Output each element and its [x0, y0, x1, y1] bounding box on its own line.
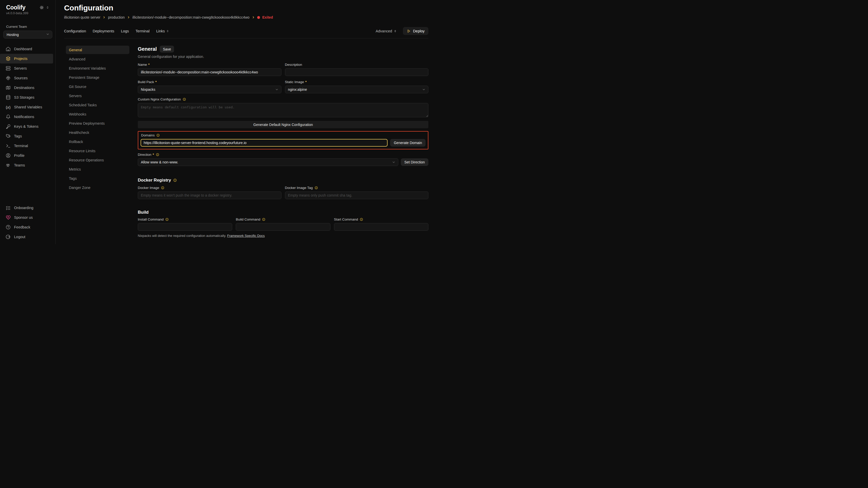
- sidebar-item-teams[interactable]: Teams: [0, 160, 53, 170]
- docker-image-label: Docker Image: [138, 186, 159, 190]
- sidebar-item-sources[interactable]: Sources: [0, 73, 53, 83]
- config-nav-general[interactable]: General: [66, 46, 129, 54]
- sidebar-item-dashboard[interactable]: Dashboard: [0, 44, 53, 54]
- tab-terminal[interactable]: Terminal: [135, 29, 150, 33]
- deploy-button[interactable]: Deploy: [403, 27, 428, 35]
- name-input[interactable]: [138, 68, 281, 76]
- tab-deployments[interactable]: Deployments: [93, 29, 114, 33]
- sidebar-item-sponsor-us[interactable]: Sponsor us: [0, 213, 53, 222]
- theme-toggle-icon[interactable]: [39, 5, 44, 10]
- key-icon: [6, 124, 11, 129]
- breadcrumb-environment[interactable]: production: [108, 15, 125, 20]
- status-badge: Exited: [262, 15, 273, 20]
- advanced-dropdown[interactable]: Advanced: [376, 29, 397, 33]
- build-command-input[interactable]: [236, 223, 330, 231]
- info-icon[interactable]: [165, 218, 169, 221]
- info-icon[interactable]: [183, 98, 186, 101]
- app-title: Coolify: [6, 4, 26, 11]
- team-select[interactable]: Hosting: [3, 31, 52, 38]
- git-source-icon: [6, 75, 11, 80]
- sidebar-item-s3-storages[interactable]: S3 Storages: [0, 93, 53, 102]
- domains-label: Domains: [141, 133, 155, 137]
- generate-nginx-button[interactable]: Generate Default Nginx Configuration: [138, 121, 428, 128]
- tab-bar: Configuration Deployments Logs Terminal …: [56, 20, 434, 35]
- chevrons-up-down-icon: [166, 30, 169, 33]
- checklist-icon: [6, 205, 11, 210]
- tab-configuration[interactable]: Configuration: [64, 29, 86, 33]
- domains-input[interactable]: [141, 139, 388, 147]
- sidebar-item-logout[interactable]: Logout: [0, 232, 53, 242]
- tab-links[interactable]: Links: [156, 29, 169, 33]
- config-nav-environment-variables[interactable]: Environment Variables: [66, 64, 129, 72]
- tag-icon: [6, 134, 11, 139]
- static-image-select[interactable]: nginx:alpine: [285, 86, 429, 93]
- description-input[interactable]: [285, 68, 429, 76]
- info-icon[interactable]: [156, 153, 159, 156]
- sidebar-item-servers[interactable]: Servers: [0, 64, 53, 73]
- sidebar-item-label: Feedback: [14, 225, 30, 229]
- play-icon: [407, 29, 411, 33]
- build-pack-label: Build Pack: [138, 80, 154, 84]
- info-icon[interactable]: [156, 134, 160, 137]
- direction-select[interactable]: Allow www & non-www.: [138, 158, 398, 166]
- config-nav-persistent-storage[interactable]: Persistent Storage: [66, 73, 129, 82]
- logout-icon: [6, 234, 11, 239]
- sidebar-item-terminal[interactable]: Terminal: [0, 141, 53, 151]
- general-form: General Save General configuration for y…: [138, 46, 428, 244]
- sidebar-item-projects[interactable]: Projects: [0, 54, 53, 64]
- config-nav-git-source[interactable]: Git Source: [66, 83, 129, 91]
- chevron-right-icon: [127, 16, 130, 19]
- save-button[interactable]: Save: [160, 46, 174, 53]
- config-nav-resource-operations[interactable]: Resource Operations: [66, 156, 129, 164]
- direction-label: Direction: [138, 153, 151, 157]
- layers-icon: [6, 56, 11, 61]
- required-mark: *: [148, 63, 150, 67]
- set-direction-button[interactable]: Set Direction: [401, 158, 428, 166]
- build-pack-select[interactable]: Nixpacks: [138, 86, 281, 93]
- install-command-input[interactable]: [138, 223, 232, 231]
- info-icon[interactable]: [173, 178, 177, 182]
- config-nav-webhooks[interactable]: Webhooks: [66, 110, 129, 118]
- chevron-right-icon: [102, 16, 105, 19]
- sidebar-item-notifications[interactable]: Notifications: [0, 112, 53, 122]
- framework-docs-link[interactable]: Framework Specific Docs: [227, 234, 265, 238]
- coolify-app: Coolify v4.0.0-beta.399 Current Team Hos…: [0, 0, 434, 244]
- chevron-right-icon: [252, 16, 255, 19]
- sidebar-item-keys-tokens[interactable]: Keys & Tokens: [0, 122, 53, 131]
- sidebar-item-destinations[interactable]: Destinations: [0, 83, 53, 93]
- sidebar-item-tags[interactable]: Tags: [0, 131, 53, 141]
- docker-image-input[interactable]: [138, 192, 281, 199]
- server-icon: [6, 66, 11, 71]
- config-nav-tags[interactable]: Tags: [66, 174, 129, 183]
- info-icon[interactable]: [262, 218, 265, 221]
- config-nav-advanced[interactable]: Advanced: [66, 55, 129, 63]
- breadcrumb-project[interactable]: illicitonion quote server: [64, 15, 100, 20]
- info-icon[interactable]: [315, 186, 318, 189]
- start-command-input[interactable]: [334, 223, 428, 231]
- docker-image-tag-input[interactable]: [285, 192, 429, 199]
- custom-nginx-textarea[interactable]: [138, 103, 428, 117]
- sidebar-item-onboarding[interactable]: Onboarding: [0, 203, 53, 213]
- config-nav-preview-deployments[interactable]: Preview Deployments: [66, 119, 129, 128]
- build-heading: Build: [138, 210, 149, 215]
- chevrons-up-down-icon[interactable]: [46, 6, 49, 9]
- breadcrumb-application[interactable]: illicitestonion/-module--decomposition:m…: [132, 15, 250, 20]
- sidebar-item-feedback[interactable]: Feedback: [0, 222, 53, 232]
- generate-domain-button[interactable]: Generate Domain: [390, 139, 426, 147]
- sidebar-item-shared-variables[interactable]: (x)Shared Variables: [0, 102, 53, 112]
- tab-logs[interactable]: Logs: [121, 29, 129, 33]
- section-heading-general: General: [138, 46, 157, 52]
- info-icon[interactable]: [161, 186, 164, 189]
- config-nav-metrics[interactable]: Metrics: [66, 165, 129, 173]
- config-nav-servers[interactable]: Servers: [66, 92, 129, 100]
- config-nav-resource-limits[interactable]: Resource Limits: [66, 147, 129, 155]
- config-nav-rollback[interactable]: Rollback: [66, 137, 129, 146]
- info-icon[interactable]: [360, 218, 363, 221]
- config-nav-healthcheck[interactable]: Healthcheck: [66, 128, 129, 137]
- heart-icon: [6, 215, 11, 220]
- sidebar-item-profile[interactable]: Profile: [0, 151, 53, 160]
- sidebar-item-label: Profile: [14, 154, 25, 158]
- config-nav-scheduled-tasks[interactable]: Scheduled Tasks: [66, 101, 129, 109]
- config-nav: General Advanced Environment Variables P…: [66, 46, 129, 244]
- config-nav-danger-zone[interactable]: Danger Zone: [66, 183, 129, 192]
